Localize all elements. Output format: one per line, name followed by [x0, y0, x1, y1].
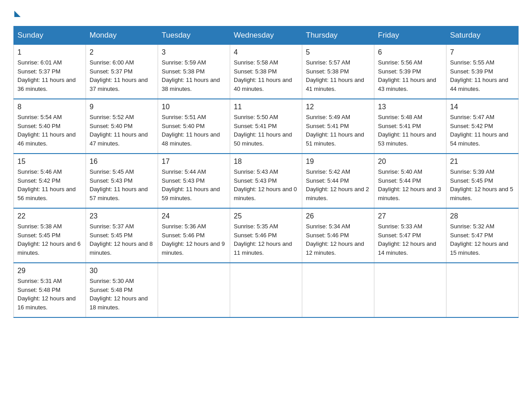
- day-number: 30: [90, 267, 154, 275]
- calendar-cell: 28Sunrise: 5:32 AMSunset: 5:47 PMDayligh…: [446, 208, 519, 263]
- day-number: 7: [450, 48, 515, 56]
- day-number: 16: [90, 158, 154, 166]
- calendar-cell: 1Sunrise: 6:01 AMSunset: 5:37 PMDaylight…: [14, 45, 86, 99]
- calendar-cell: 6Sunrise: 5:56 AMSunset: 5:39 PMDaylight…: [374, 45, 446, 99]
- day-info: Sunrise: 5:47 AMSunset: 5:42 PMDaylight:…: [450, 113, 515, 148]
- day-info: Sunrise: 5:55 AMSunset: 5:39 PMDaylight:…: [450, 58, 515, 93]
- day-info: Sunrise: 5:40 AMSunset: 5:44 PMDaylight:…: [378, 167, 442, 202]
- calendar-cell: 22Sunrise: 5:38 AMSunset: 5:45 PMDayligh…: [14, 208, 86, 263]
- day-number: 28: [450, 212, 515, 220]
- calendar-week-row: 29Sunrise: 5:31 AMSunset: 5:48 PMDayligh…: [14, 263, 519, 317]
- day-number: 17: [162, 158, 226, 166]
- calendar-week-row: 1Sunrise: 6:01 AMSunset: 5:37 PMDaylight…: [14, 45, 519, 99]
- day-info: Sunrise: 5:34 AMSunset: 5:46 PMDaylight:…: [306, 222, 370, 257]
- day-info: Sunrise: 5:58 AMSunset: 5:38 PMDaylight:…: [234, 58, 298, 93]
- day-info: Sunrise: 5:33 AMSunset: 5:47 PMDaylight:…: [378, 222, 442, 257]
- day-number: 21: [450, 158, 515, 166]
- day-info: Sunrise: 5:45 AMSunset: 5:43 PMDaylight:…: [90, 167, 154, 202]
- logo: [13, 9, 21, 17]
- day-info: Sunrise: 5:49 AMSunset: 5:41 PMDaylight:…: [306, 113, 370, 148]
- day-info: Sunrise: 5:50 AMSunset: 5:41 PMDaylight:…: [234, 113, 298, 148]
- calendar-cell: 20Sunrise: 5:40 AMSunset: 5:44 PMDayligh…: [374, 154, 446, 208]
- calendar-cell: 7Sunrise: 5:55 AMSunset: 5:39 PMDaylight…: [446, 45, 519, 99]
- calendar-cell: 18Sunrise: 5:43 AMSunset: 5:43 PMDayligh…: [230, 154, 302, 208]
- day-info: Sunrise: 5:54 AMSunset: 5:40 PMDaylight:…: [17, 113, 82, 148]
- day-number: 1: [17, 48, 82, 56]
- day-number: 15: [17, 158, 82, 166]
- day-info: Sunrise: 5:52 AMSunset: 5:40 PMDaylight:…: [90, 113, 154, 148]
- calendar-cell: 19Sunrise: 5:42 AMSunset: 5:44 PMDayligh…: [302, 154, 374, 208]
- day-info: Sunrise: 5:48 AMSunset: 5:41 PMDaylight:…: [378, 113, 442, 148]
- day-number: 14: [450, 103, 515, 111]
- calendar-cell: 11Sunrise: 5:50 AMSunset: 5:41 PMDayligh…: [230, 99, 302, 154]
- day-info: Sunrise: 5:38 AMSunset: 5:45 PMDaylight:…: [17, 222, 82, 257]
- calendar-cell: 14Sunrise: 5:47 AMSunset: 5:42 PMDayligh…: [446, 99, 519, 154]
- day-number: 12: [306, 103, 370, 111]
- day-info: Sunrise: 5:56 AMSunset: 5:39 PMDaylight:…: [378, 58, 442, 93]
- day-info: Sunrise: 5:44 AMSunset: 5:43 PMDaylight:…: [162, 167, 226, 202]
- day-number: 22: [17, 212, 82, 220]
- day-number: 5: [306, 48, 370, 56]
- day-info: Sunrise: 5:57 AMSunset: 5:38 PMDaylight:…: [306, 58, 370, 93]
- col-header-sunday: Sunday: [14, 26, 86, 45]
- day-number: 27: [378, 212, 442, 220]
- day-info: Sunrise: 5:30 AMSunset: 5:48 PMDaylight:…: [90, 277, 154, 312]
- calendar-week-row: 15Sunrise: 5:46 AMSunset: 5:42 PMDayligh…: [14, 154, 519, 208]
- calendar-header-row: SundayMondayTuesdayWednesdayThursdayFrid…: [14, 26, 519, 45]
- calendar-cell: 23Sunrise: 5:37 AMSunset: 5:45 PMDayligh…: [86, 208, 158, 263]
- day-number: 24: [162, 212, 226, 220]
- calendar-table: SundayMondayTuesdayWednesdayThursdayFrid…: [13, 26, 519, 318]
- page-header: [13, 9, 519, 17]
- col-header-friday: Friday: [374, 26, 446, 45]
- day-number: 13: [378, 103, 442, 111]
- calendar-cell: 5Sunrise: 5:57 AMSunset: 5:38 PMDaylight…: [302, 45, 374, 99]
- day-info: Sunrise: 5:42 AMSunset: 5:44 PMDaylight:…: [306, 167, 370, 202]
- day-info: Sunrise: 5:46 AMSunset: 5:42 PMDaylight:…: [17, 167, 82, 202]
- calendar-cell: [374, 263, 446, 317]
- col-header-monday: Monday: [86, 26, 158, 45]
- calendar-cell: [230, 263, 302, 317]
- day-info: Sunrise: 5:51 AMSunset: 5:40 PMDaylight:…: [162, 113, 226, 148]
- calendar-cell: 8Sunrise: 5:54 AMSunset: 5:40 PMDaylight…: [14, 99, 86, 154]
- calendar-cell: [158, 263, 230, 317]
- day-number: 26: [306, 212, 370, 220]
- day-info: Sunrise: 5:35 AMSunset: 5:46 PMDaylight:…: [234, 222, 298, 257]
- day-number: 2: [90, 48, 154, 56]
- calendar-cell: 2Sunrise: 6:00 AMSunset: 5:37 PMDaylight…: [86, 45, 158, 99]
- calendar-cell: 29Sunrise: 5:31 AMSunset: 5:48 PMDayligh…: [14, 263, 86, 317]
- day-number: 4: [234, 48, 298, 56]
- logo-row1: [13, 9, 21, 17]
- calendar-cell: [446, 263, 519, 317]
- day-info: Sunrise: 5:59 AMSunset: 5:38 PMDaylight:…: [162, 58, 226, 93]
- day-number: 25: [234, 212, 298, 220]
- day-number: 23: [90, 212, 154, 220]
- calendar-cell: 21Sunrise: 5:39 AMSunset: 5:45 PMDayligh…: [446, 154, 519, 208]
- calendar-cell: 24Sunrise: 5:36 AMSunset: 5:46 PMDayligh…: [158, 208, 230, 263]
- calendar-cell: 12Sunrise: 5:49 AMSunset: 5:41 PMDayligh…: [302, 99, 374, 154]
- day-info: Sunrise: 6:00 AMSunset: 5:37 PMDaylight:…: [90, 58, 154, 93]
- day-number: 19: [306, 158, 370, 166]
- day-info: Sunrise: 5:36 AMSunset: 5:46 PMDaylight:…: [162, 222, 226, 257]
- day-info: Sunrise: 5:32 AMSunset: 5:47 PMDaylight:…: [450, 222, 515, 257]
- day-number: 3: [162, 48, 226, 56]
- calendar-cell: 16Sunrise: 5:45 AMSunset: 5:43 PMDayligh…: [86, 154, 158, 208]
- day-info: Sunrise: 5:39 AMSunset: 5:45 PMDaylight:…: [450, 167, 515, 202]
- day-number: 18: [234, 158, 298, 166]
- calendar-cell: 10Sunrise: 5:51 AMSunset: 5:40 PMDayligh…: [158, 99, 230, 154]
- col-header-saturday: Saturday: [446, 26, 519, 45]
- col-header-tuesday: Tuesday: [158, 26, 230, 45]
- calendar-week-row: 8Sunrise: 5:54 AMSunset: 5:40 PMDaylight…: [14, 99, 519, 154]
- day-number: 29: [17, 267, 82, 275]
- day-number: 10: [162, 103, 226, 111]
- col-header-wednesday: Wednesday: [230, 26, 302, 45]
- calendar-cell: 9Sunrise: 5:52 AMSunset: 5:40 PMDaylight…: [86, 99, 158, 154]
- calendar-cell: [302, 263, 374, 317]
- calendar-cell: 26Sunrise: 5:34 AMSunset: 5:46 PMDayligh…: [302, 208, 374, 263]
- calendar-cell: 25Sunrise: 5:35 AMSunset: 5:46 PMDayligh…: [230, 208, 302, 263]
- col-header-thursday: Thursday: [302, 26, 374, 45]
- day-info: Sunrise: 5:43 AMSunset: 5:43 PMDaylight:…: [234, 167, 298, 202]
- calendar-cell: 13Sunrise: 5:48 AMSunset: 5:41 PMDayligh…: [374, 99, 446, 154]
- calendar-cell: 4Sunrise: 5:58 AMSunset: 5:38 PMDaylight…: [230, 45, 302, 99]
- day-info: Sunrise: 6:01 AMSunset: 5:37 PMDaylight:…: [17, 58, 82, 93]
- day-number: 8: [17, 103, 82, 111]
